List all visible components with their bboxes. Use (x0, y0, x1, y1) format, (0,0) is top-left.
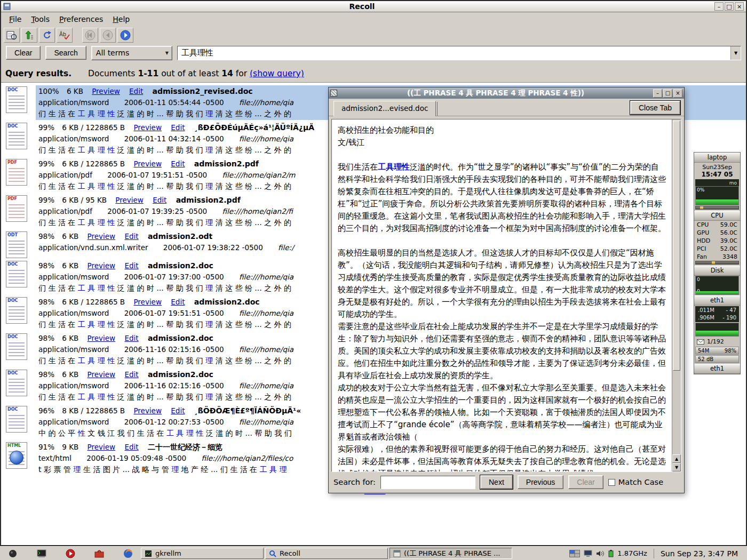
preview-link[interactable]: Preview (133, 298, 162, 306)
scrollbar-thumb[interactable] (673, 121, 680, 371)
first-page-icon[interactable] (82, 28, 98, 43)
menu-tools[interactable]: Tools (26, 13, 54, 25)
sensor-row: HDD39.0C (694, 237, 740, 245)
menu-file[interactable]: File (4, 13, 26, 25)
show-query-link[interactable]: (show query) (250, 69, 304, 78)
edit-link[interactable]: Edit (124, 334, 138, 342)
gkrellm-clock: Sun23Sep 15:47 05 (694, 163, 740, 179)
menubar: File Tools Preferences Help (1, 12, 746, 26)
preview-tab[interactable]: admission2...evised.doc (333, 101, 436, 116)
gkrellm-date: Sun23Sep (694, 164, 740, 171)
search-button[interactable]: Search (45, 46, 86, 60)
relevancy-percent: 91% (38, 443, 54, 451)
result-url: file:///home/qian2/m (222, 171, 295, 179)
media-player-icon[interactable] (64, 548, 77, 559)
checkbox-icon[interactable] (608, 479, 615, 486)
preview-close-button[interactable]: × (673, 89, 682, 98)
terminal-icon[interactable] (35, 548, 48, 559)
scroll-down-icon[interactable]: ▼ (672, 463, 681, 471)
result-url: file:///home/qia (239, 381, 293, 390)
preview-link[interactable]: Preview (133, 406, 162, 415)
preview-link[interactable]: Preview (92, 87, 120, 95)
desktop: Recoll – □ × File Tools Preferences Help… (0, 0, 747, 560)
file-type-badge: DOC (6, 261, 27, 267)
firefox-icon[interactable] (122, 548, 134, 559)
edit-link[interactable]: Edit (124, 261, 138, 270)
menu-preferences[interactable]: Preferences (54, 13, 108, 25)
close-button[interactable]: × (735, 2, 744, 11)
window-titlebar[interactable]: Recoll – □ × (1, 1, 746, 12)
result-date: 2006-01-07 19:51:51 -0500 (124, 309, 224, 317)
tab-edge (437, 102, 441, 116)
result-url: file:///home/qia (239, 345, 293, 354)
clear-button[interactable]: Clear (6, 46, 41, 60)
file-type-badge: DOC (6, 370, 27, 376)
edit-link[interactable]: Edit (171, 298, 185, 306)
previous-page-icon[interactable] (100, 28, 116, 43)
sort-by-dates-icon[interactable] (21, 28, 37, 43)
toolbox-icon[interactable] (93, 548, 106, 559)
workspace-pager-icon[interactable] (569, 550, 580, 557)
find-input[interactable] (381, 476, 475, 489)
gkrellm-cpu-krell (695, 206, 739, 210)
gkrellm-footer: eth1 (694, 364, 740, 374)
preview-text[interactable]: 高校招生的社会功能和目的 文/钱江 我们生活在工具理性泛滥的时代。作为“世之显学… (332, 119, 672, 471)
edit-link[interactable]: Edit (124, 232, 138, 241)
volume-icon[interactable] (596, 550, 605, 557)
taskbar-item-gkrellm[interactable]: gkrellm (141, 548, 264, 559)
preview-minimize-button[interactable]: – (653, 89, 662, 98)
doc-history-icon[interactable] (4, 28, 20, 43)
preview-maximize-button[interactable]: □ (663, 89, 672, 98)
find-clear-button[interactable]: Clear (568, 475, 603, 489)
preview-find-bar: Search for: Next Previous Clear Match Ca… (329, 473, 684, 493)
edit-link[interactable]: Edit (171, 406, 185, 415)
result-filename: ¸ßÐ£ÕÐÉúµÄÉç»á¹¦ÄÜºÍÄ¿µÄ (194, 123, 314, 132)
result-url: file:///home/qia (239, 98, 293, 107)
query-history-dropdown-icon[interactable]: ▼ (730, 46, 741, 60)
result-size: 8 KB / 1228865 B (62, 406, 125, 415)
edit-link[interactable]: Edit (124, 370, 138, 379)
find-next-button[interactable]: Next (480, 475, 513, 489)
edit-link[interactable]: Edit (171, 123, 185, 132)
refresh-icon[interactable] (39, 28, 55, 43)
maximize-button[interactable]: □ (725, 2, 734, 11)
display-icon[interactable] (584, 550, 592, 557)
globe-icon (10, 451, 23, 465)
edit-link[interactable]: Edit (171, 159, 185, 168)
taskbar-item-recoll[interactable]: Recoll (265, 548, 388, 559)
taskbar-item-preview[interactable]: ((工 PHRASE 4 具 PHRASE ... (390, 548, 512, 559)
find-label: Search for: (333, 478, 376, 486)
preview-link[interactable]: Preview (88, 261, 116, 270)
minimize-button[interactable]: – (714, 2, 724, 11)
preview-link[interactable]: Preview (88, 443, 116, 451)
search-input[interactable] (178, 46, 730, 60)
close-tab-button[interactable]: Close Tab (630, 101, 680, 115)
find-previous-button[interactable]: Previous (518, 475, 563, 489)
term-explorer-icon[interactable]: Âb (57, 28, 73, 43)
next-page-icon[interactable] (117, 28, 133, 43)
preview-link[interactable]: Preview (88, 334, 116, 342)
result-mimetype: application/pdf (38, 171, 92, 179)
preview-link[interactable]: Preview (88, 370, 116, 379)
results-total: 14 (221, 69, 233, 78)
gkrellm-hostname: laptop (694, 153, 740, 163)
preview-link[interactable]: Preview (88, 232, 116, 241)
edit-link[interactable]: Edit (129, 87, 143, 95)
preview-link[interactable]: Preview (115, 196, 144, 204)
file-type-badge: PDF (6, 159, 27, 165)
preview-link[interactable]: Preview (133, 123, 162, 132)
window-manager-icon[interactable] (6, 548, 19, 559)
menu-help[interactable]: Help (108, 13, 134, 25)
preview-link[interactable]: Preview (133, 159, 162, 168)
result-date: 2006-01-07 19:51:51 -0500 (107, 171, 207, 179)
search-mode-combo[interactable]: All terms ▼ (91, 46, 172, 60)
match-case-checkbox[interactable]: Match Case (608, 478, 663, 486)
edit-link[interactable]: Edit (124, 443, 138, 451)
battery-icon[interactable] (608, 550, 614, 557)
result-date: 2006-11-16 02:15:16 -0500 (124, 345, 224, 354)
edit-link[interactable]: Edit (153, 196, 166, 204)
scroll-up-icon[interactable]: ▲ (672, 454, 681, 463)
chevron-down-icon: ▼ (162, 51, 172, 55)
preview-scrollbar[interactable]: ▲ ▼ (672, 119, 681, 471)
preview-titlebar[interactable]: ((工 PHRASE 4 具 PHRASE 4 理 PHRASE 4 性)) –… (329, 87, 684, 99)
